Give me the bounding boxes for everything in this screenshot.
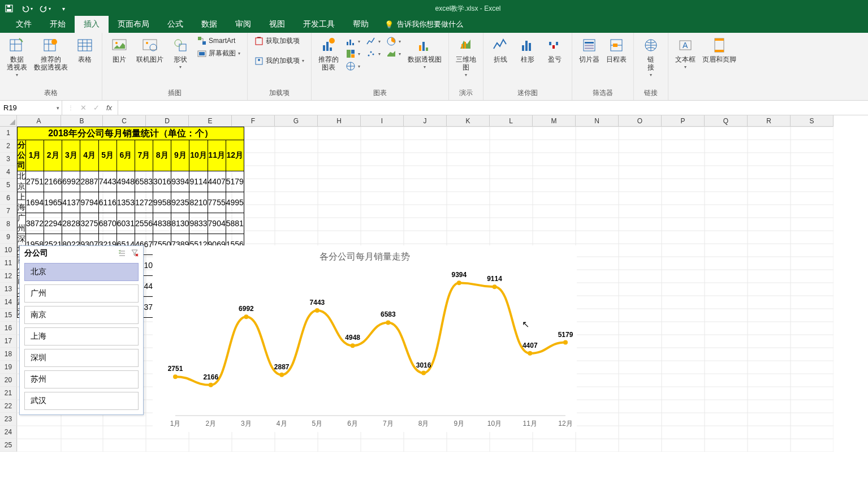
tab-formulas[interactable]: 公式 (158, 16, 192, 33)
save-icon[interactable] (2, 2, 16, 15)
column-header-E[interactable]: E (189, 115, 232, 127)
enter-formula-icon[interactable]: ✓ (93, 103, 100, 112)
column-header-K[interactable]: K (447, 115, 490, 127)
get-addins-button[interactable]: 获取加载项 (252, 35, 306, 47)
chart-pie-button[interactable]: ▾ (384, 35, 403, 47)
slicer-item[interactable]: 北京 (24, 263, 139, 281)
recommended-charts-button[interactable]: 推荐的 图表 (316, 35, 341, 72)
row-header-24[interactable]: 24 (0, 426, 17, 439)
pivot-table-button[interactable]: 数据 透视表▾ (5, 35, 29, 79)
row-header-14[interactable]: 14 (0, 296, 17, 309)
3d-map-button[interactable]: 三维地 图▾ (454, 35, 478, 79)
row-header-3[interactable]: 3 (0, 153, 17, 166)
name-box[interactable]: R19▾ (0, 101, 62, 115)
column-header-I[interactable]: I (361, 115, 404, 127)
tab-file[interactable]: 文件 (7, 16, 41, 33)
row-header-8[interactable]: 8 (0, 218, 17, 231)
chart-treemap-button[interactable]: ▾ (343, 47, 362, 60)
column-header-B[interactable]: B (61, 115, 103, 127)
column-header-S[interactable]: S (791, 115, 834, 127)
my-addins-button[interactable]: 我的加载项▾ (252, 55, 306, 67)
column-header-L[interactable]: L (490, 115, 533, 127)
row-header-1[interactable]: 1 (0, 127, 17, 140)
shapes-button[interactable]: 形状▾ (168, 35, 193, 71)
row-header-25[interactable]: 25 (0, 439, 17, 452)
row-header-16[interactable]: 16 (0, 322, 17, 335)
select-all-corner[interactable] (0, 115, 17, 127)
fx-icon[interactable]: fx (106, 103, 112, 112)
row-header-5[interactable]: 5 (0, 179, 17, 192)
column-header-G[interactable]: G (275, 115, 318, 127)
column-header-D[interactable]: D (146, 115, 189, 127)
tab-help[interactable]: 帮助 (344, 16, 378, 33)
chart-map-button[interactable]: ▾ (343, 60, 362, 72)
column-header-H[interactable]: H (318, 115, 361, 127)
chart-scatter-button[interactable]: ▾ (364, 47, 383, 60)
undo-icon[interactable]: ▾ (20, 2, 34, 15)
sparkline-column-button[interactable]: 柱形 (515, 35, 540, 64)
link-button[interactable]: 链 接▾ (638, 35, 663, 79)
column-header-A[interactable]: A (17, 115, 61, 127)
tab-pagelayout[interactable]: 页面布局 (109, 16, 158, 33)
pivot-chart-button[interactable]: 数据透视图▾ (405, 35, 444, 71)
slicer-button[interactable]: 切片器 (577, 35, 602, 64)
row-header-20[interactable]: 20 (0, 374, 17, 387)
chart-line-button[interactable]: ▾ (364, 35, 383, 47)
pictures-button[interactable]: 图片 (107, 35, 132, 64)
row-header-11[interactable]: 11 (0, 257, 17, 270)
chart-column-button[interactable]: ▾ (343, 35, 362, 47)
row-header-7[interactable]: 7 (0, 205, 17, 218)
row-header-17[interactable]: 17 (0, 335, 17, 348)
tab-home[interactable]: 开始 (41, 16, 75, 33)
row-header-10[interactable]: 10 (0, 244, 17, 257)
column-header-J[interactable]: J (404, 115, 447, 127)
row-header-19[interactable]: 19 (0, 361, 17, 374)
smartart-button[interactable]: SmartArt (195, 35, 243, 46)
row-header-23[interactable]: 23 (0, 413, 17, 426)
chart[interactable]: 各分公司每月销量走势 27512166699228877443494865833… (153, 245, 577, 432)
column-header-O[interactable]: O (619, 115, 662, 127)
slicer-item[interactable]: 苏州 (24, 370, 139, 388)
row-header-15[interactable]: 15 (0, 309, 17, 322)
sparkline-line-button[interactable]: 折线 (488, 35, 513, 64)
column-header-C[interactable]: C (103, 115, 146, 127)
redo-icon[interactable]: ▾ (38, 2, 52, 15)
slicer-item[interactable]: 武汉 (24, 392, 139, 410)
namebox-more-icon[interactable]: ⋮ (68, 105, 74, 111)
tab-developer[interactable]: 开发工具 (294, 16, 344, 33)
recommended-pivot-button[interactable]: 推荐的 数据透视表 (32, 35, 70, 72)
row-header-18[interactable]: 18 (0, 348, 17, 361)
row-header-13[interactable]: 13 (0, 283, 17, 296)
slicer-item[interactable]: 广州 (24, 284, 139, 303)
tab-insert[interactable]: 插入 (75, 16, 109, 33)
slicer-clear-filter-icon[interactable] (131, 249, 139, 258)
column-header-Q[interactable]: Q (705, 115, 748, 127)
column-header-R[interactable]: R (748, 115, 791, 127)
cancel-formula-icon[interactable]: ✕ (80, 103, 87, 112)
tell-me-search[interactable]: 💡 告诉我你想要做什么 (378, 16, 470, 33)
row-header-2[interactable]: 2 (0, 140, 17, 153)
textbox-button[interactable]: A文本框▾ (673, 35, 698, 71)
tab-data[interactable]: 数据 (192, 16, 226, 33)
chart-surface-button[interactable]: ▾ (384, 47, 403, 60)
formula-input[interactable] (118, 101, 868, 115)
row-header-21[interactable]: 21 (0, 387, 17, 400)
timeline-button[interactable]: 日程表 (604, 35, 629, 64)
column-header-F[interactable]: F (232, 115, 275, 127)
slicer-multiselect-icon[interactable] (118, 249, 126, 258)
slicer-item[interactable]: 上海 (24, 327, 139, 346)
row-header-6[interactable]: 6 (0, 192, 17, 205)
online-pictures-button[interactable]: 联机图片 (134, 35, 166, 64)
worksheet-grid[interactable]: ABCDEFGHIJKLMNOPQRS 12345678910111213141… (0, 115, 868, 488)
qat-customize-icon[interactable]: ▾ (57, 2, 70, 15)
row-header-9[interactable]: 9 (0, 231, 17, 244)
screenshot-button[interactable]: 屏幕截图▾ (195, 47, 243, 59)
tab-view[interactable]: 视图 (260, 16, 294, 33)
header-footer-button[interactable]: 页眉和页脚 (700, 35, 739, 64)
column-header-P[interactable]: P (662, 115, 705, 127)
tab-review[interactable]: 审阅 (226, 16, 260, 33)
table-button[interactable]: 表格 (72, 35, 97, 64)
column-header-N[interactable]: N (576, 115, 619, 127)
slicer-item[interactable]: 南京 (24, 306, 139, 324)
row-header-22[interactable]: 22 (0, 400, 17, 413)
